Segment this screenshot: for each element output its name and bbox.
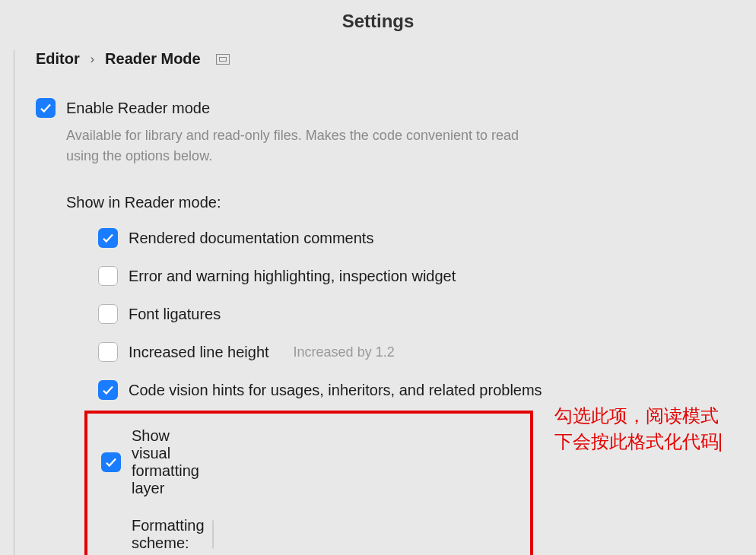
breadcrumb-parent[interactable]: Editor	[36, 50, 80, 68]
rendered-docs-checkbox[interactable]	[98, 228, 118, 248]
font-ligatures-label: Font ligatures	[129, 306, 221, 323]
visual-formatting-label: Show visual formatting layer	[132, 427, 211, 497]
highlight-box: Show visual formatting layer Formatting …	[84, 411, 533, 555]
breadcrumb-current: Reader Mode	[105, 50, 201, 68]
code-vision-checkbox[interactable]	[98, 380, 118, 400]
line-height-checkbox[interactable]	[98, 342, 118, 362]
code-vision-label: Code vision hints for usages, inheritors…	[129, 382, 542, 399]
show-in-reader-label: Show in Reader mode:	[66, 194, 756, 211]
formatting-scheme-label: Formatting scheme:	[132, 517, 205, 552]
vertical-divider	[14, 50, 14, 555]
error-warning-checkbox[interactable]	[98, 266, 118, 286]
enable-reader-mode-label: Enable Reader mode	[66, 100, 210, 117]
enable-description: Available for library and read-only file…	[66, 125, 523, 166]
annotation-text: 勾选此项，阅读模式 下会按此格式化代码	[554, 403, 721, 454]
formatting-scheme-dropdown[interactable]: Project Project	[212, 520, 214, 549]
enable-reader-mode-checkbox[interactable]	[36, 98, 56, 118]
breadcrumb: Editor › Reader Mode	[36, 50, 756, 68]
line-height-hint: Increased by 1.2	[294, 344, 395, 360]
chevron-right-icon: ›	[91, 52, 94, 66]
visual-formatting-checkbox[interactable]	[101, 452, 121, 472]
line-height-label: Increased line height	[129, 344, 269, 361]
expand-icon[interactable]	[216, 54, 230, 65]
error-warning-label: Error and warning highlighting, inspecti…	[129, 268, 456, 285]
font-ligatures-checkbox[interactable]	[98, 304, 118, 324]
page-title: Settings	[0, 0, 756, 36]
rendered-docs-label: Rendered documentation comments	[129, 230, 373, 247]
